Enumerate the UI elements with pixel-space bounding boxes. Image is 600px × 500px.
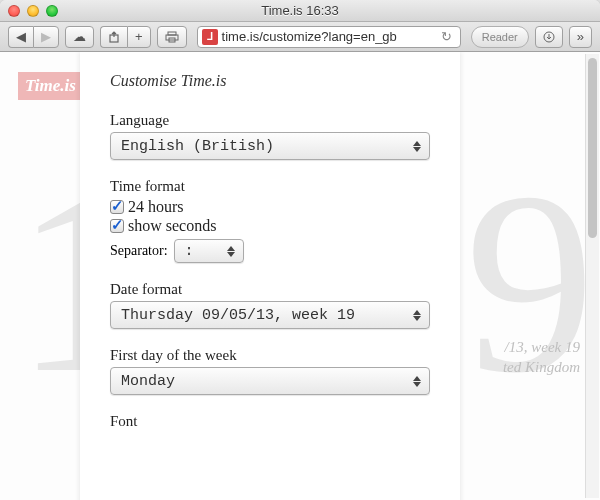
separator-row: Separator: : (110, 239, 430, 263)
checkbox-seconds-label: show seconds (128, 217, 216, 235)
icloud-button[interactable]: ☁ (65, 26, 94, 48)
favicon-icon (202, 29, 218, 45)
window-title: Time.is 16:33 (0, 3, 600, 18)
window-controls (0, 5, 58, 17)
bookmark-button[interactable]: + (127, 26, 151, 48)
checkbox-24h-label: 24 hours (128, 198, 184, 216)
reader-button[interactable]: Reader (471, 26, 529, 48)
stepper-icon (409, 371, 425, 391)
language-label: Language (110, 112, 430, 129)
reload-button[interactable]: ↻ (437, 29, 456, 44)
stepper-icon (223, 243, 239, 259)
separator-label: Separator: (110, 243, 168, 259)
background-date: /13, week 19ted Kingdom (503, 338, 580, 377)
scrollbar[interactable] (585, 54, 599, 498)
forward-button[interactable]: ▶ (33, 26, 59, 48)
page-viewport: 1 9 /13, week 19ted Kingdom Time.is Cust… (0, 52, 600, 500)
stepper-icon (409, 136, 425, 156)
scrollbar-thumb[interactable] (588, 58, 597, 238)
font-label: Font (110, 413, 430, 430)
nav-buttons: ◀ ▶ (8, 26, 59, 48)
titlebar: Time.is 16:33 (0, 0, 600, 22)
separator-value: : (185, 243, 194, 260)
customise-panel: Customise Time.is Language English (Brit… (80, 52, 460, 500)
timeformat-label: Time format (110, 178, 430, 195)
zoom-button[interactable] (46, 5, 58, 17)
checkbox-24h[interactable] (110, 200, 124, 214)
address-bar[interactable]: time.is/customize?lang=en_gb ↻ (197, 26, 461, 48)
checkbox-seconds-row[interactable]: show seconds (110, 217, 430, 235)
firstday-select[interactable]: Monday (110, 367, 430, 395)
downloads-button[interactable] (535, 26, 563, 48)
dateformat-select[interactable]: Thursday 09/05/13, week 19 (110, 301, 430, 329)
language-value: English (British) (121, 138, 274, 155)
minimize-button[interactable] (27, 5, 39, 17)
firstday-value: Monday (121, 373, 175, 390)
url-text[interactable]: time.is/customize?lang=en_gb (222, 29, 433, 44)
firstday-label: First day of the week (110, 347, 430, 364)
print-button[interactable] (157, 26, 187, 48)
dateformat-label: Date format (110, 281, 430, 298)
site-logo[interactable]: Time.is (18, 72, 83, 100)
browser-window: Time.is 16:33 ◀ ▶ ☁ + time.is/customize?… (0, 0, 600, 500)
toolbar: ◀ ▶ ☁ + time.is/customize?lang=en_gb ↻ R… (0, 22, 600, 52)
panel-heading: Customise Time.is (110, 72, 430, 90)
stepper-icon (409, 305, 425, 325)
share-button[interactable] (100, 26, 127, 48)
back-button[interactable]: ◀ (8, 26, 33, 48)
checkbox-seconds[interactable] (110, 219, 124, 233)
separator-select[interactable]: : (174, 239, 244, 263)
checkbox-24h-row[interactable]: 24 hours (110, 198, 430, 216)
language-select[interactable]: English (British) (110, 132, 430, 160)
share-buttons: + (100, 26, 151, 48)
dateformat-value: Thursday 09/05/13, week 19 (121, 307, 355, 324)
tabs-button[interactable]: » (569, 26, 592, 48)
close-button[interactable] (8, 5, 20, 17)
